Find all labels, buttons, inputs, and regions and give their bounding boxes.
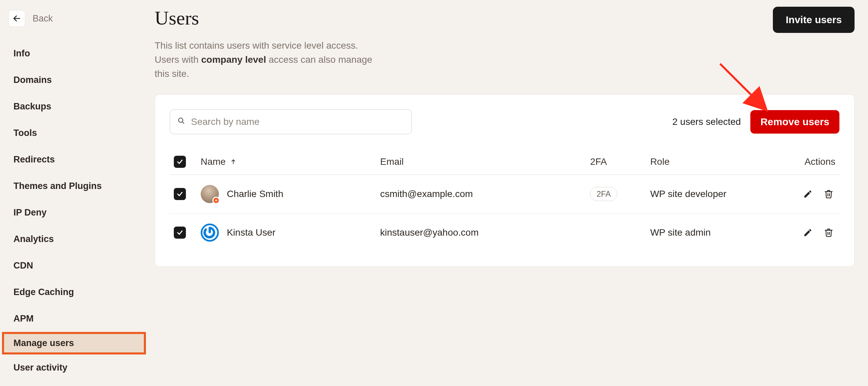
- svg-marker-4: [215, 199, 217, 202]
- selected-count-label: 2 users selected: [672, 116, 741, 127]
- desc-bold-link[interactable]: company level: [201, 55, 266, 65]
- column-header-role[interactable]: Role: [646, 149, 793, 175]
- avatar: [201, 185, 219, 203]
- column-header-name[interactable]: Name: [197, 149, 376, 175]
- check-icon: [177, 159, 183, 165]
- user-name: Kinsta User: [227, 227, 276, 238]
- invite-users-button[interactable]: Invite users: [773, 7, 855, 33]
- main-content: Users This list contains users with serv…: [148, 0, 868, 386]
- select-all-checkbox[interactable]: [174, 156, 186, 168]
- row-checkbox[interactable]: [174, 188, 186, 200]
- search-wrap: [170, 109, 412, 134]
- user-role: WP site admin: [646, 213, 793, 252]
- back-label: Back: [33, 13, 53, 24]
- search-icon: [177, 117, 185, 127]
- arrow-left-icon: [12, 14, 21, 23]
- sidebar-item-cdn[interactable]: CDN: [0, 252, 148, 279]
- user-name: Charlie Smith: [227, 189, 283, 199]
- sidebar-item-logs[interactable]: Logs: [0, 381, 148, 386]
- users-table: Name Email 2FA Role Actions: [170, 149, 839, 252]
- sidebar-nav: Info Domains Backups Tools Redirects The…: [0, 40, 148, 386]
- toolbar: 2 users selected Remove users: [170, 109, 839, 134]
- trash-icon: [824, 228, 833, 237]
- sidebar-item-info[interactable]: Info: [0, 40, 148, 67]
- user-role: WP site developer: [646, 175, 793, 213]
- back-row: Back: [0, 10, 148, 40]
- sidebar-item-redirects[interactable]: Redirects: [0, 146, 148, 173]
- sidebar-item-manage-users[interactable]: Manage users: [2, 332, 146, 354]
- delete-button[interactable]: [822, 187, 835, 201]
- search-input[interactable]: [170, 109, 412, 134]
- check-icon: [177, 229, 183, 236]
- sidebar-item-backups[interactable]: Backups: [0, 93, 148, 120]
- trash-icon: [824, 189, 833, 199]
- page-description: This list contains users with service le…: [155, 39, 383, 81]
- remove-users-button[interactable]: Remove users: [750, 110, 839, 134]
- sidebar-item-themes-plugins[interactable]: Themes and Plugins: [0, 173, 148, 199]
- sidebar: Back Info Domains Backups Tools Redirect…: [0, 0, 148, 386]
- sidebar-item-analytics[interactable]: Analytics: [0, 226, 148, 252]
- sort-asc-icon: [230, 156, 236, 167]
- table-row: Kinsta User kinstauser@yahoo.com WP site…: [170, 213, 839, 252]
- user-twofa: [586, 213, 646, 252]
- sidebar-item-domains[interactable]: Domains: [0, 67, 148, 93]
- sidebar-item-ip-deny[interactable]: IP Deny: [0, 199, 148, 226]
- column-header-actions: Actions: [793, 149, 839, 175]
- avatar: [201, 223, 219, 242]
- delete-button[interactable]: [822, 226, 835, 239]
- user-email: csmith@example.com: [376, 175, 586, 213]
- users-card: 2 users selected Remove users Name: [155, 94, 855, 267]
- twofa-badge: 2FA: [590, 187, 617, 201]
- back-button[interactable]: [8, 10, 25, 27]
- column-header-2fa[interactable]: 2FA: [586, 149, 646, 175]
- sidebar-item-tools[interactable]: Tools: [0, 120, 148, 146]
- avatar-badge-icon: [213, 197, 220, 204]
- sidebar-item-apm[interactable]: APM: [0, 306, 148, 332]
- pencil-icon: [803, 189, 812, 199]
- column-header-email[interactable]: Email: [376, 149, 586, 175]
- svg-line-2: [182, 122, 184, 124]
- pencil-icon: [803, 228, 812, 237]
- check-icon: [177, 191, 183, 197]
- edit-button[interactable]: [801, 187, 814, 201]
- page-title: Users: [155, 7, 383, 29]
- edit-button[interactable]: [801, 226, 814, 239]
- sidebar-item-edge-caching[interactable]: Edge Caching: [0, 279, 148, 306]
- sidebar-item-user-activity[interactable]: User activity: [0, 354, 148, 381]
- row-checkbox[interactable]: [174, 226, 186, 239]
- gravatar-icon: [203, 225, 217, 240]
- table-row: Charlie Smith csmith@example.com 2FA WP …: [170, 175, 839, 213]
- user-email: kinstauser@yahoo.com: [376, 213, 586, 252]
